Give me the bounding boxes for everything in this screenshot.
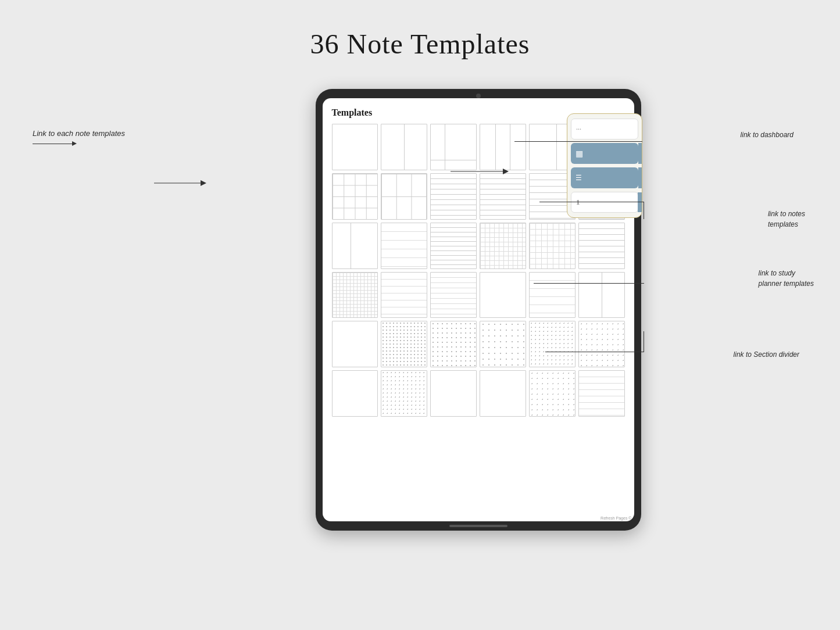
template-cell[interactable]: [430, 272, 477, 318]
dots-icon: ···: [576, 125, 581, 134]
template-cell[interactable]: [430, 173, 477, 220]
template-cell[interactable]: [480, 223, 526, 269]
annotation-dashboard-text: link to dashboard: [741, 131, 793, 139]
template-grid-row5: [332, 321, 625, 367]
template-cell[interactable]: [332, 370, 378, 417]
watermark-text: Refresh Pages ©: [323, 515, 634, 521]
line-study: [534, 283, 644, 284]
line-notes-v: [644, 202, 644, 219]
template-cell[interactable]: [381, 223, 427, 269]
annotation-section: link to Section divider: [734, 349, 799, 359]
page-title: 36 Note Templates: [0, 0, 840, 60]
svg-marker-3: [503, 169, 509, 174]
template-cell[interactable]: [430, 223, 477, 269]
template-cell[interactable]: [529, 370, 576, 417]
svg-marker-1: [201, 180, 206, 186]
template-cell[interactable]: [332, 173, 378, 220]
annotation-section-text: link to Section divider: [734, 350, 799, 359]
template-cell[interactable]: [480, 124, 526, 170]
line-dashboard: [514, 141, 642, 142]
template-cell[interactable]: [381, 173, 427, 220]
tablet-camera: [476, 94, 481, 98]
template-cell[interactable]: [332, 223, 378, 269]
main-layout: Templates: [0, 77, 840, 531]
template-cell[interactable]: [381, 272, 427, 318]
list-icon: ☰: [576, 174, 582, 182]
tab-side-study: [638, 192, 642, 212]
annotation-study-text: link to study planner templates: [759, 269, 814, 288]
line-section: [545, 352, 644, 352]
tab-side-notes: [638, 143, 642, 164]
template-cell[interactable]: [529, 272, 576, 318]
template-cell[interactable]: [480, 272, 526, 318]
tab-side-notes-templates: [638, 167, 642, 188]
tab-widget-container: ··· ▦ ☰ 1: [567, 113, 642, 218]
tab-notes-templates[interactable]: ☰: [571, 167, 638, 188]
template-cell[interactable]: [480, 321, 526, 367]
line-notes: [539, 202, 644, 202]
template-cell[interactable]: [332, 124, 378, 170]
template-cell[interactable]: [480, 173, 526, 220]
grid-icon: ▦: [576, 149, 583, 159]
tab-dashboard[interactable]: ···: [571, 119, 638, 139]
left-arrow-svg: [154, 177, 206, 189]
tab-notes[interactable]: ▦: [571, 143, 638, 164]
template-cell[interactable]: [430, 370, 477, 417]
template-cell[interactable]: [332, 321, 378, 367]
template-cell[interactable]: [381, 321, 427, 367]
number-icon: 1: [576, 198, 580, 207]
tablet-home: [449, 525, 507, 527]
line-section-v: [644, 331, 644, 352]
right-arrow-svg: [451, 166, 509, 177]
annotation-notes: link to notes templates: [768, 208, 805, 229]
template-grid-row3: [332, 223, 625, 269]
template-cell[interactable]: [430, 321, 477, 367]
template-cell[interactable]: [578, 272, 625, 318]
template-cell[interactable]: [430, 124, 477, 170]
template-cell[interactable]: [578, 321, 625, 367]
template-cell[interactable]: [578, 223, 625, 269]
annotation-dashboard: link to dashboard: [741, 129, 793, 139]
template-cell[interactable]: [529, 223, 576, 269]
template-cell[interactable]: [381, 370, 427, 417]
tab-widget: ··· ▦ ☰ 1: [567, 113, 642, 218]
template-grid-row4: [332, 272, 625, 318]
template-cell[interactable]: [529, 321, 576, 367]
tab-study[interactable]: 1: [571, 192, 638, 213]
template-cell[interactable]: [578, 370, 625, 417]
template-cell[interactable]: [381, 124, 427, 170]
template-cell[interactable]: [480, 370, 526, 417]
annotation-study: link to study planner templates: [759, 267, 814, 288]
template-cell[interactable]: [332, 272, 378, 318]
template-grid-row6: [332, 370, 625, 417]
annotation-notes-text: link to notes templates: [768, 210, 805, 228]
